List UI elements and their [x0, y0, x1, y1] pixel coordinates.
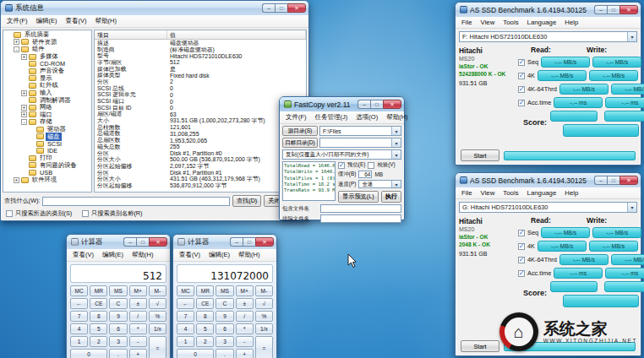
calculator-key[interactable]: + [236, 349, 254, 358]
calculator-key[interactable]: . [216, 349, 233, 358]
calculator-key[interactable]: MR [90, 285, 107, 296]
titlebar[interactable]: FastCopy ver2.11 – □ ✕ [280, 97, 404, 111]
calculator-key[interactable]: 5 [196, 323, 214, 334]
maximize-button[interactable]: □ [136, 237, 149, 247]
calculator-key[interactable]: 4 [177, 323, 194, 334]
menu-item[interactable]: File [457, 18, 477, 27]
calculator-key[interactable]: MC [70, 285, 88, 296]
calculator-key[interactable]: M- [149, 285, 166, 296]
menu-item[interactable]: View [477, 188, 499, 198]
calculator-key[interactable]: 5 [90, 323, 107, 334]
calculator-key[interactable]: % [149, 311, 166, 322]
maximize-button[interactable]: □ [370, 100, 383, 109]
buffer-size-field[interactable]: 64 [358, 171, 372, 178]
calculator-key[interactable]: 1/x [149, 323, 166, 334]
minimize-button[interactable]: – [230, 237, 243, 247]
4k-checkbox[interactable]: ✓ [518, 243, 525, 250]
menu-item[interactable]: Tools [499, 18, 522, 27]
calculator-key[interactable]: ± [129, 298, 147, 309]
menu-item[interactable]: Language [523, 188, 561, 198]
tree-expander-icon[interactable]: + [14, 177, 19, 183]
calculator-key[interactable]: √ [255, 298, 273, 309]
dropdown-arrow-icon[interactable]: ▾ [391, 138, 401, 147]
calculator-key[interactable]: / [236, 311, 254, 322]
exclude-filter-input[interactable] [320, 214, 401, 223]
close-button[interactable]: ✕ [255, 237, 274, 247]
copy-mode-combo[interactable]: 复制(仅覆盖大小/日期不同的文件) ▾ [282, 149, 401, 160]
calculator-key[interactable]: = [149, 336, 166, 358]
calculator-key[interactable]: 9 [216, 311, 233, 322]
acctime-checkbox[interactable]: ✓ [518, 100, 525, 106]
maximize-button[interactable]: □ [243, 237, 255, 247]
menu-item[interactable]: 编辑(E) [205, 250, 234, 260]
dest-path-combo[interactable]: ▾ [319, 138, 401, 148]
verify-checkbox[interactable] [368, 162, 374, 169]
menu-item[interactable]: 文件(F) [281, 112, 311, 122]
calculator-key[interactable]: 8 [196, 311, 214, 322]
calculator-key[interactable]: MS [216, 285, 233, 296]
calculator-key[interactable]: 6 [216, 323, 233, 334]
minimize-button[interactable]: – [357, 100, 370, 109]
calculator-key[interactable]: 6 [109, 323, 127, 334]
tree-item[interactable]: 有问题的设备 [3, 162, 91, 170]
calculator-key[interactable]: 2 [196, 336, 214, 347]
tree-expander-icon[interactable]: + [14, 39, 19, 45]
close-button[interactable]: ✕ [619, 5, 638, 14]
menu-item[interactable]: 任务管理(J) [311, 112, 352, 122]
find-button[interactable]: 查找(D) [232, 195, 261, 207]
close-button[interactable]: ✕ [383, 100, 401, 109]
titlebar[interactable]: 计算器 – □ ✕ [173, 235, 276, 249]
calculator-key[interactable]: CE [90, 298, 107, 309]
calculator-key[interactable]: 7 [177, 311, 194, 322]
tree-expander-icon[interactable]: - [21, 119, 27, 125]
calculator-key[interactable]: MS [109, 285, 127, 296]
table-row[interactable]: 分区起始偏移 536,870,912,000 字节 [95, 182, 306, 189]
titlebar[interactable]: 计算器 – □ ✕ [67, 235, 170, 249]
calculator-key[interactable]: ← [70, 298, 88, 309]
start-button[interactable]: Start [461, 340, 499, 352]
calculator-key[interactable]: 0 [177, 349, 214, 358]
tree-expander-icon[interactable]: + [21, 90, 27, 96]
calculator-key[interactable]: C [216, 298, 233, 309]
maximize-button[interactable]: □ [607, 176, 619, 185]
acctime-checkbox[interactable]: ✓ [518, 270, 525, 277]
calculator-key[interactable]: / [129, 311, 147, 322]
tree-item[interactable]: SCSI [3, 140, 91, 148]
calculator-key[interactable]: ± [236, 298, 254, 309]
maximize-button[interactable]: □ [607, 5, 619, 14]
dropdown-arrow-icon[interactable]: ▾ [627, 32, 636, 41]
menu-item[interactable]: 查看(V) [62, 16, 91, 26]
menu-item[interactable]: 帮助(H) [382, 112, 412, 122]
calculator-key[interactable]: 1 [70, 336, 88, 347]
category-tree[interactable]: 系统摘要 + 硬件资源 - 组件 + [3, 30, 92, 193]
menu-item[interactable]: 帮助(H) [234, 250, 264, 260]
source-path-combo[interactable]: F:\Files ▾ [319, 126, 401, 136]
4k-checkbox[interactable]: ✓ [518, 73, 525, 79]
calculator-key[interactable]: = [255, 336, 273, 358]
calculator-key[interactable]: 9 [109, 311, 127, 322]
menu-item[interactable]: Help [560, 188, 582, 198]
tree-item[interactable]: + 软件环境 [3, 176, 91, 184]
drive-select-combo[interactable]: F: Hitachi HDS721010DLE630 ▾ [459, 31, 637, 42]
listing-button[interactable]: 显示预览(L) [338, 191, 379, 203]
dropdown-arrow-icon[interactable]: ▾ [391, 150, 401, 159]
start-button[interactable]: Start [461, 149, 499, 161]
4k64-checkbox[interactable]: ✓ [518, 257, 525, 263]
calculator-key[interactable]: + [129, 349, 147, 358]
tree-expander-icon[interactable]: + [21, 54, 27, 60]
dest-dir-button[interactable]: 目标目录(D) [282, 138, 318, 148]
calculator-key[interactable]: √ [149, 298, 166, 309]
speed-combo[interactable]: 全速 ▾ [358, 180, 401, 188]
menu-item[interactable]: 查看(V) [175, 250, 205, 260]
4k64-checkbox[interactable]: ✓ [518, 86, 525, 93]
search-selected-category-checkbox[interactable] [6, 210, 13, 217]
calculator-key[interactable]: MR [196, 285, 214, 296]
menu-item[interactable]: 文件(F) [3, 16, 32, 26]
include-filter-input[interactable] [320, 204, 401, 213]
seq-checkbox[interactable]: ✓ [518, 59, 525, 66]
calculator-key[interactable]: % [255, 311, 273, 322]
tree-expander-icon[interactable]: + [21, 111, 27, 117]
calculator-key[interactable]: - [236, 336, 254, 347]
calculator-key[interactable]: 0 [70, 349, 107, 358]
menu-item[interactable]: Help [560, 18, 582, 27]
